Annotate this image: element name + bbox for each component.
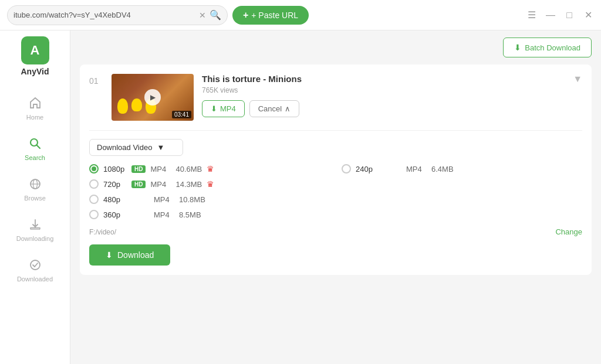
radio-360p[interactable] — [89, 210, 99, 219]
sidebar-item-downloaded[interactable]: Downloaded — [0, 250, 70, 291]
cancel-label: Cancel — [258, 104, 282, 113]
video-number: 01 — [89, 74, 103, 86]
chevron-up-icon: ∧ — [285, 104, 291, 113]
url-search-icon[interactable]: 🔍 — [210, 9, 221, 21]
hd-badge-720p: HD — [131, 181, 146, 188]
app-logo: A — [21, 36, 49, 64]
batch-download-icon: ⬇ — [514, 43, 521, 52]
card-collapse-icon[interactable]: ▼ — [573, 74, 582, 84]
downloading-icon — [29, 218, 42, 233]
file-path-text: F:/video/ — [89, 228, 116, 236]
download-btn-label: Download — [117, 250, 154, 260]
batch-download-button[interactable]: ⬇ Batch Download — [503, 38, 592, 57]
minion-2 — [131, 98, 142, 111]
download-type-dropdown[interactable]: Download Video ▼ — [89, 139, 183, 156]
change-path-button[interactable]: Change — [555, 227, 582, 236]
nav-items: Home Search Browse — [0, 88, 70, 291]
url-text: itube.com/watch?v=sY_v4XebDV4 — [13, 11, 195, 19]
logo-area: A AnyVid — [21, 36, 49, 76]
video-title: This is torture - Minions — [202, 74, 565, 84]
quality-row-720p[interactable]: 720p HD MP4 14.3MB ♛ — [89, 179, 330, 189]
url-bar: itube.com/watch?v=sY_v4XebDV4 ✕ 🔍 — [7, 5, 228, 25]
quality-row-1080p[interactable]: 1080p HD MP4 40.6MB ♛ — [89, 164, 330, 174]
quality-grid: 1080p HD MP4 40.6MB ♛ 720p HD MP4 14.3MB — [89, 164, 582, 219]
title-bar: itube.com/watch?v=sY_v4XebDV4 ✕ 🔍 + + Pa… — [0, 0, 601, 30]
menu-button[interactable]: ☰ — [526, 9, 538, 21]
quality-label-1080p: 1080p — [103, 165, 127, 174]
sidebar-item-home-label: Home — [26, 114, 43, 121]
close-button[interactable]: ✕ — [582, 9, 594, 21]
paste-url-label: + Paste URL — [251, 11, 298, 20]
app-name: AnyVid — [21, 67, 49, 76]
play-button[interactable]: ▶ — [144, 89, 161, 106]
radio-720p[interactable] — [89, 179, 99, 189]
quality-size-720p: 14.3MB — [175, 180, 202, 189]
mp4-button[interactable]: ⬇ MP4 — [202, 100, 245, 117]
dropdown-label: Download Video — [97, 143, 152, 152]
video-header: 01 ▶ 03:41 This is torture - Minions 765… — [89, 74, 582, 121]
quality-col-left: 1080p HD MP4 40.6MB ♛ 720p HD MP4 14.3MB — [89, 164, 330, 219]
svg-point-6 — [31, 260, 40, 270]
main-layout: A AnyVid Home Search — [0, 30, 601, 364]
sidebar-item-search-label: Search — [25, 154, 45, 161]
quality-label-240p: 240p — [356, 165, 379, 174]
crown-icon-720p: ♛ — [207, 179, 214, 189]
downloaded-icon — [29, 258, 42, 273]
download-button[interactable]: ⬇ Download — [89, 244, 170, 266]
sidebar: A AnyVid Home Search — [0, 30, 70, 364]
svg-line-1 — [36, 145, 40, 149]
video-thumbnail: ▶ 03:41 — [112, 74, 194, 121]
plus-icon: + — [243, 10, 248, 21]
sidebar-item-downloading-label: Downloading — [16, 235, 54, 242]
sidebar-item-downloading[interactable]: Downloading — [0, 210, 70, 250]
download-btn-icon: ⬇ — [106, 250, 113, 260]
video-card: 01 ▶ 03:41 This is torture - Minions 765… — [80, 64, 592, 275]
minimize-button[interactable]: — — [545, 10, 556, 21]
sidebar-item-downloaded-label: Downloaded — [17, 275, 53, 283]
batch-download-label: Batch Download — [525, 43, 580, 52]
paste-url-button[interactable]: + + Paste URL — [232, 6, 309, 25]
logo-letter: A — [31, 43, 40, 58]
quality-format-720p: MP4 — [150, 180, 171, 189]
quality-size-1080p: 40.6MB — [175, 165, 202, 174]
content-header: ⬇ Batch Download — [70, 30, 601, 64]
quality-row-240p[interactable]: 240p MP4 6.4MB — [342, 164, 582, 174]
maximize-button[interactable]: □ — [563, 10, 575, 21]
mp4-label: MP4 — [220, 104, 236, 113]
radio-240p[interactable] — [342, 164, 351, 174]
download-arrow-icon: ⬇ — [211, 104, 217, 113]
browse-icon — [29, 178, 42, 192]
search-icon — [29, 137, 42, 152]
sidebar-item-home[interactable]: Home — [0, 88, 70, 129]
video-duration: 03:41 — [172, 111, 191, 118]
quality-label-480p: 480p — [103, 195, 127, 204]
hd-badge-1080p: HD — [131, 165, 146, 173]
quality-label-720p: 720p — [103, 180, 127, 189]
quality-size-480p: 10.8MB — [179, 195, 205, 204]
sidebar-item-search[interactable]: Search — [0, 129, 70, 169]
window-controls: ☰ — □ ✕ — [526, 9, 594, 21]
quality-format-480p: MP4 — [154, 195, 174, 204]
file-path-row: F:/video/ Change — [89, 227, 582, 236]
video-views: 765K views — [202, 86, 565, 94]
radio-1080p[interactable] — [89, 164, 99, 174]
quality-format-360p: MP4 — [154, 210, 174, 219]
cancel-button[interactable]: Cancel ∧ — [249, 100, 299, 117]
quality-format-1080p: MP4 — [150, 165, 171, 174]
quality-row-360p[interactable]: 360p MP4 8.5MB — [89, 210, 330, 219]
crown-icon-1080p: ♛ — [207, 164, 214, 174]
download-options: Download Video ▼ 1080p HD MP4 40.6MB ♛ — [89, 130, 582, 266]
quality-label-360p: 360p — [103, 210, 127, 219]
quality-format-240p: MP4 — [406, 165, 427, 174]
video-actions: ⬇ MP4 Cancel ∧ — [202, 100, 565, 117]
dropdown-arrow-icon: ▼ — [157, 143, 164, 152]
content-area: ⬇ Batch Download 01 ▶ 03:41 This is — [70, 30, 601, 364]
dropdown-row: Download Video ▼ — [89, 139, 582, 156]
url-clear-icon[interactable]: ✕ — [199, 11, 206, 20]
quality-row-480p[interactable]: 480p MP4 10.8MB — [89, 195, 330, 204]
svg-rect-5 — [31, 228, 40, 230]
radio-480p[interactable] — [89, 195, 99, 204]
video-info: This is torture - Minions 765K views ⬇ M… — [202, 74, 565, 117]
sidebar-item-browse[interactable]: Browse — [0, 169, 70, 210]
minion-1 — [117, 98, 128, 114]
